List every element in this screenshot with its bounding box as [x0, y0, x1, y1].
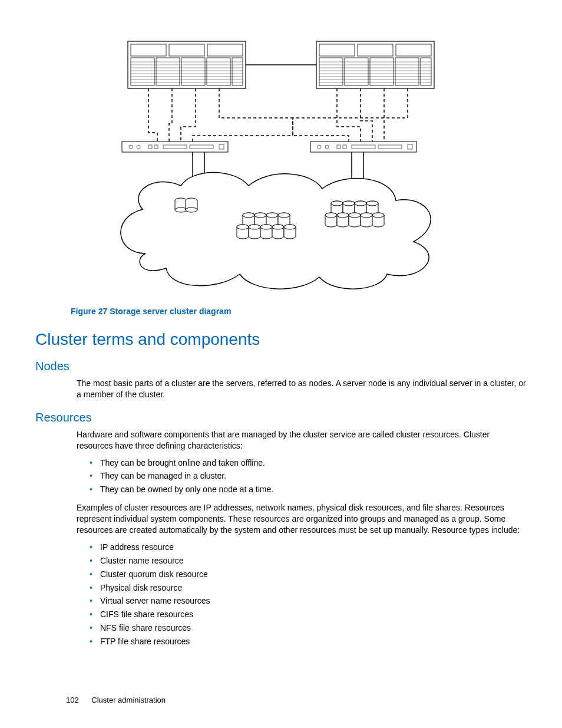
page-footer: 102 Cluster administration — [66, 696, 166, 704]
svg-point-73 — [237, 225, 249, 229]
switch-right-icon — [310, 141, 416, 152]
server-node-left-icon — [128, 41, 246, 88]
svg-point-91 — [325, 213, 337, 218]
resources-paragraph-1: Hardware and software components that ar… — [77, 429, 527, 452]
svg-point-97 — [361, 213, 372, 218]
figure-caption: Figure 27 Storage server cluster diagram — [71, 307, 527, 316]
svg-rect-42 — [310, 141, 416, 152]
list-item: Physical disk resource — [90, 582, 527, 594]
list-item: CIFS file share resources — [90, 609, 527, 620]
list-item: IP address resource — [90, 542, 527, 553]
svg-point-63 — [186, 207, 197, 212]
svg-point-83 — [331, 201, 343, 206]
resources-heading: Resources — [35, 411, 527, 424]
server-node-right-icon — [316, 41, 434, 88]
svg-point-71 — [278, 213, 290, 218]
list-item: They can be owned by only one node at a … — [90, 484, 527, 495]
cluster-diagram — [116, 35, 446, 295]
svg-point-75 — [249, 225, 260, 229]
switch-left-icon — [122, 141, 228, 152]
disk-cluster-right-icon — [325, 201, 384, 227]
svg-point-67 — [254, 213, 266, 218]
dashed-link-icon — [148, 88, 349, 141]
svg-point-81 — [284, 225, 296, 229]
section-title: Cluster terms and components — [35, 330, 527, 349]
svg-point-93 — [337, 213, 349, 218]
svg-point-95 — [349, 213, 361, 218]
nodes-paragraph: The most basic parts of a cluster are th… — [77, 378, 527, 400]
svg-point-77 — [260, 225, 272, 229]
diagram-svg — [116, 35, 446, 295]
svg-point-69 — [266, 213, 278, 218]
list-item: Cluster quorum disk resource — [90, 569, 527, 580]
list-item: NFS file share resources — [90, 622, 527, 634]
disk-cluster-small-icon — [175, 198, 197, 212]
resources-paragraph-2: Examples of cluster resources are IP add… — [77, 502, 527, 536]
list-item: Virtual server name resources — [90, 595, 527, 607]
svg-point-87 — [355, 201, 366, 206]
list-item: They can be brought online and taken off… — [90, 457, 527, 469]
characteristics-list: They can be brought online and taken off… — [90, 457, 527, 496]
nodes-heading: Nodes — [35, 360, 527, 373]
resource-types-list: IP address resource Cluster name resourc… — [90, 542, 527, 647]
svg-rect-34 — [122, 141, 228, 152]
svg-point-65 — [243, 213, 254, 218]
svg-point-85 — [343, 201, 355, 206]
list-item: They can be managed in a cluster. — [90, 470, 527, 482]
dashed-link-icon — [193, 88, 408, 141]
svg-point-58 — [175, 207, 187, 212]
list-item: Cluster name resource — [90, 555, 527, 566]
page-number: 102 — [66, 696, 79, 704]
svg-point-99 — [372, 213, 384, 218]
svg-point-89 — [366, 201, 378, 206]
disk-cluster-middle-icon — [237, 213, 296, 239]
chapter-title: Cluster administration — [91, 696, 166, 704]
list-item: FTP file share resources — [90, 636, 527, 647]
svg-point-79 — [272, 225, 284, 229]
